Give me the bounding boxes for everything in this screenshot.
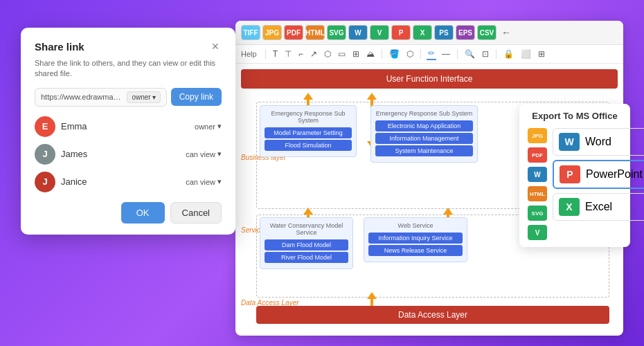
export-html-icon[interactable]: HTML	[528, 186, 547, 201]
user-name-james: James	[61, 149, 186, 159]
export-side-icons: JPG PDF W HTML SVG V	[528, 128, 547, 240]
pdf-button[interactable]: PDF	[284, 25, 303, 40]
crop-tool[interactable]: ⊡	[481, 48, 490, 60]
format-tool[interactable]: ⊤	[283, 48, 293, 60]
export-panel-content: JPG PDF W HTML SVG V W Word P PowerPoint…	[528, 128, 622, 240]
role-chevron-james: ▾	[217, 149, 222, 158]
svg-button[interactable]: SVG	[327, 25, 346, 40]
text-tool[interactable]: T	[271, 48, 279, 60]
link-role-chevron: ▾	[152, 93, 156, 101]
link-url-text: https://www.edrawmax.com/online/fil	[41, 93, 124, 101]
toolbar-separator-4	[457, 49, 458, 59]
csv-button[interactable]: CSV	[477, 25, 497, 40]
toolbar-separator-5	[496, 49, 497, 59]
ps-button[interactable]: PS	[434, 25, 454, 40]
service1-label: Water Conservancy Model Service	[265, 222, 348, 236]
help-toolbar: Help T ⊤ ⌐ ↗ ⬡ ▭ ⊞ ⛰ 🪣 ⬡ ✏ — 🔍 ⊡ 🔒 ⬜ ⊞	[235, 45, 623, 64]
fill-tool[interactable]: 🪣	[388, 48, 401, 60]
export-main-options: W Word P PowerPoint X Excel	[553, 128, 644, 240]
export-v-icon[interactable]: V	[528, 225, 547, 240]
eps-button[interactable]: EPS	[456, 25, 475, 40]
user-interface-bar: User Function Interface	[241, 69, 618, 89]
subsystem1-box: Emergency Response Sub System Model Para…	[260, 105, 357, 157]
avatar-janice: J	[35, 172, 55, 192]
export-word-label: Word	[585, 136, 611, 148]
subsystem1-btn1: Model Parameter Setting	[265, 127, 352, 138]
visio-button[interactable]: V	[370, 25, 389, 40]
data-access-bar: Data Access Layer	[256, 306, 609, 324]
tiff-button[interactable]: TIFF	[241, 25, 260, 40]
user-row-emma: E Emma owner ▾	[35, 116, 222, 137]
service1-btn2: River Flood Model	[265, 252, 348, 263]
avatar-emma: E	[35, 116, 55, 137]
role-selector-emma[interactable]: owner ▾	[195, 122, 222, 131]
ok-button[interactable]: OK	[121, 202, 165, 224]
user-row-james: J James can view ▾	[35, 144, 222, 165]
export-word-icon: W	[559, 133, 580, 151]
lock-tool[interactable]: 🔒	[502, 48, 515, 60]
service2-btn1: Information Inquiry Service	[368, 233, 463, 244]
more-tool[interactable]: ⊞	[537, 48, 546, 60]
shape-tool[interactable]: ⬡	[323, 48, 332, 60]
role-selector-janice[interactable]: can view ▾	[186, 177, 222, 186]
html-button[interactable]: HTML	[305, 25, 325, 40]
subsystem2-btn1: Electronic Map Application	[375, 120, 473, 131]
jpg-button[interactable]: JPG	[262, 25, 282, 40]
export-word-option[interactable]: W Word	[553, 128, 644, 156]
export-excel-label: Excel	[585, 201, 612, 213]
link-role-label: owner	[132, 93, 150, 101]
export-powerpoint-option[interactable]: P PowerPoint	[553, 160, 644, 189]
copy-link-button[interactable]: Copy link	[171, 88, 222, 106]
export-panel-title: Export To MS Office	[528, 111, 622, 121]
cancel-button[interactable]: Cancel	[170, 202, 222, 224]
role-label-james: can view	[186, 150, 215, 158]
subsystem2-btn3: System Maintenance	[375, 145, 473, 156]
user-interface-label: User Function Interface	[386, 74, 473, 84]
word-button[interactable]: W	[348, 25, 368, 40]
user-row-janice: J Janice can view ▾	[35, 172, 222, 192]
arrow-tool[interactable]: ↗	[309, 48, 319, 60]
export-word-sm-icon[interactable]: W	[528, 167, 547, 182]
dialog-footer: OK Cancel	[35, 202, 222, 224]
role-chevron-janice: ▾	[217, 177, 222, 186]
service1-box: Water Conservancy Model Service Dam Floo…	[260, 217, 353, 269]
export-pdf-icon[interactable]: PDF	[528, 147, 547, 163]
export-svg-icon[interactable]: SVG	[528, 206, 547, 221]
link-row: https://www.edrawmax.com/online/fil owne…	[35, 88, 222, 107]
user-name-emma: Emma	[61, 121, 195, 131]
export-panel: Export To MS Office JPG PDF W HTML SVG V…	[519, 104, 630, 247]
mountain-tool[interactable]: ⛰	[365, 48, 376, 60]
user-name-janice: Janice	[61, 176, 186, 187]
subsystem2-label: Emergency Response Sub System	[375, 110, 473, 117]
excel-button[interactable]: X	[413, 25, 432, 40]
help-label: Help	[241, 50, 257, 58]
export-powerpoint-icon: P	[560, 165, 580, 183]
export-jpg-icon[interactable]: JPG	[528, 128, 547, 143]
avatar-james: J	[35, 144, 55, 165]
role-chevron-emma: ▾	[217, 122, 222, 131]
dash-tool[interactable]: —	[440, 48, 451, 60]
frame-tool[interactable]: ⬜	[519, 48, 533, 60]
export-excel-option[interactable]: X Excel	[553, 193, 644, 221]
role-selector-james[interactable]: can view ▾	[186, 149, 222, 158]
close-button[interactable]: ✕	[209, 40, 222, 53]
pen-tool[interactable]: ✏	[427, 48, 436, 60]
service2-label: Web Service	[368, 222, 463, 229]
subsystem2-btn2: Information Management	[375, 133, 473, 144]
ppt-button[interactable]: P	[391, 25, 411, 40]
service1-btn1: Dam Flood Model	[265, 239, 348, 251]
export-excel-icon: X	[559, 198, 580, 216]
toolbar-separator-3	[420, 49, 421, 59]
dialog-header: Share link ✕	[35, 40, 222, 53]
link-role-dropdown[interactable]: owner ▾	[127, 91, 160, 103]
subsystem1-label: Emergency Response Sub System	[265, 110, 352, 124]
corner-tool[interactable]: ⌐	[297, 48, 305, 60]
service2-btn2: News Release Service	[368, 245, 463, 256]
zoom-tool[interactable]: 🔍	[463, 48, 476, 60]
rect-tool[interactable]: ▭	[337, 48, 347, 60]
share-link-dialog: Share link ✕ Share the link to others, a…	[21, 28, 235, 235]
service2-box: Web Service Information Inquiry Service …	[364, 217, 467, 262]
link-tool[interactable]: ⬡	[405, 48, 415, 60]
table-tool[interactable]: ⊞	[351, 48, 361, 60]
subsystem1-btn2: Flood Simulation	[265, 140, 352, 151]
